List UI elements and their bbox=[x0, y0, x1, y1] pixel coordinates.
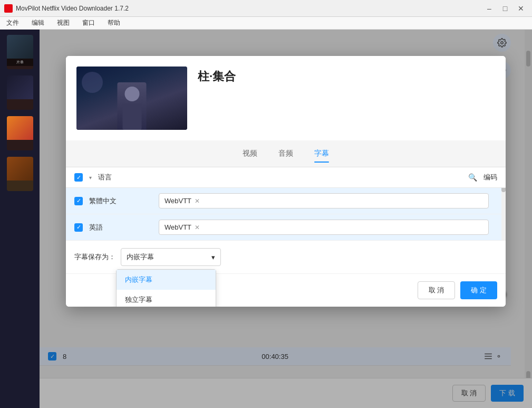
close-button[interactable]: ✕ bbox=[514, 3, 528, 14]
row2-encoding-tag: WebVTT ✕ bbox=[159, 220, 489, 235]
tab-bar: 视频 音频 字幕 bbox=[66, 140, 506, 167]
dropdown-option-2[interactable]: 独立字幕 bbox=[117, 290, 216, 307]
sidebar: 片单 bbox=[0, 30, 40, 408]
row2-checkbox[interactable] bbox=[74, 223, 83, 232]
tab-video[interactable]: 视频 bbox=[243, 147, 257, 160]
menu-bar: 文件 编辑 视图 窗口 帮助 bbox=[0, 17, 532, 30]
row2-language: 英語 bbox=[89, 223, 152, 232]
chevron-down-icon: ▾ bbox=[211, 253, 215, 261]
sidebar-item-3[interactable] bbox=[7, 116, 33, 150]
cancel-button[interactable]: 取 消 bbox=[418, 281, 456, 299]
movie-thumbnail bbox=[76, 67, 187, 130]
row1-encoding-tag: WebVTT ✕ bbox=[159, 193, 489, 208]
table-body: 繁體中文 WebVTT ✕ 英語 WebVTT ✕ bbox=[66, 188, 506, 241]
sidebar-item-2[interactable] bbox=[7, 75, 33, 110]
col-language-header: 语言 bbox=[98, 173, 462, 182]
table-row-1: 繁體中文 WebVTT ✕ bbox=[66, 188, 506, 214]
menu-help[interactable]: 帮助 bbox=[105, 17, 122, 29]
row1-encoding-close[interactable]: ✕ bbox=[195, 197, 200, 205]
table-row-2: 英語 WebVTT ✕ bbox=[66, 214, 506, 241]
app-title: MovPilot Netflix Video Downloader 1.7.2 bbox=[16, 5, 129, 12]
dropdown-option-1[interactable]: 内嵌字幕 bbox=[117, 270, 216, 290]
row2-encoding-text: WebVTT bbox=[165, 223, 191, 231]
menu-window[interactable]: 窗口 bbox=[80, 17, 97, 29]
sidebar-item-4[interactable] bbox=[7, 157, 33, 191]
subtitle-save-value: 内嵌字幕 bbox=[127, 252, 154, 262]
maximize-button[interactable]: □ bbox=[498, 3, 512, 14]
row1-encoding-text: WebVTT bbox=[165, 197, 191, 205]
row1-language: 繁體中文 bbox=[89, 196, 152, 206]
tab-subtitle[interactable]: 字幕 bbox=[314, 147, 329, 160]
subtitle-dropdown-menu: 内嵌字幕 独立字幕 硬字幕 bbox=[116, 269, 216, 307]
row1-checkbox[interactable] bbox=[74, 197, 83, 205]
window-controls: – □ ✕ bbox=[482, 3, 528, 14]
main-area: 片单 bbox=[0, 30, 532, 408]
menu-edit[interactable]: 编辑 bbox=[30, 17, 46, 29]
table-scrollbar[interactable] bbox=[501, 188, 506, 241]
movie-title: 柱·集合 bbox=[198, 69, 236, 84]
menu-view[interactable]: 视图 bbox=[55, 17, 72, 29]
sidebar-item-1[interactable]: 片单 bbox=[7, 35, 33, 69]
subtitle-save-label: 字幕保存为： bbox=[74, 252, 115, 262]
search-icon[interactable]: 🔍 bbox=[468, 173, 477, 182]
menu-file[interactable]: 文件 bbox=[4, 17, 21, 29]
dialog: 柱·集合 视频 音频 字幕 ▾ 语言 🔍 编码 bbox=[66, 56, 506, 307]
tab-audio[interactable]: 音频 bbox=[278, 147, 293, 160]
movie-info: 柱·集合 bbox=[198, 67, 236, 84]
row2-encoding-close[interactable]: ✕ bbox=[195, 224, 200, 231]
subtitle-save-select[interactable]: 内嵌字幕 ▾ bbox=[121, 248, 221, 266]
app-logo bbox=[4, 4, 13, 13]
table-header: ▾ 语言 🔍 编码 bbox=[66, 167, 506, 188]
content-area: 8 00:40:35 bbox=[40, 30, 532, 408]
confirm-button[interactable]: 确 定 bbox=[460, 281, 497, 299]
dialog-hero: 柱·集合 bbox=[66, 56, 506, 140]
header-checkbox-arrow[interactable]: ▾ bbox=[89, 175, 92, 181]
header-checkbox[interactable] bbox=[74, 173, 83, 182]
title-bar: MovPilot Netflix Video Downloader 1.7.2 … bbox=[0, 0, 532, 17]
minimize-button[interactable]: – bbox=[482, 3, 496, 14]
subtitle-save-row: 字幕保存为： 内嵌字幕 ▾ 内嵌字幕 独立字幕 硬字幕 bbox=[66, 241, 506, 273]
col-encoding-header: 编码 bbox=[483, 173, 497, 182]
